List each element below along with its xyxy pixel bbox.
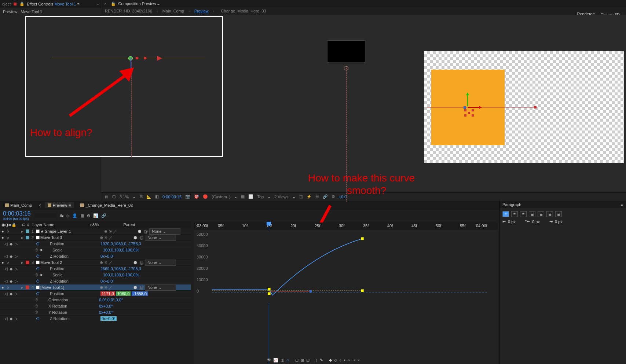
keyframe-red-1[interactable] — [136, 57, 138, 59]
justify-last-left-button[interactable]: ≣ — [529, 211, 535, 217]
layer-color-chip[interactable] — [26, 286, 29, 289]
graph-type-icon[interactable]: 📈 — [273, 358, 278, 363]
viewer-timecode[interactable]: 0:00:03:15 — [162, 195, 182, 199]
parent-dropdown[interactable]: None ⌄ — [145, 235, 176, 241]
panel-more-icon[interactable]: » — [96, 2, 99, 6]
stopwatch-icon[interactable]: ⏱ — [36, 254, 40, 258]
add-keyframe[interactable]: ◆ — [10, 254, 14, 259]
keyframe-nav-prev[interactable]: ◁ — [4, 242, 9, 246]
composition-tab[interactable]: Composition Preview ≡ — [118, 1, 160, 6]
twirl-icon[interactable]: ▸ — [21, 235, 25, 240]
layer-name-label[interactable]: Move Tool 2 — [40, 260, 99, 265]
easy-ease-out-icon[interactable]: ⤚ — [358, 358, 361, 363]
align-left-button[interactable]: ≡ — [502, 211, 509, 217]
stopwatch-icon[interactable]: ⏱ — [36, 279, 40, 283]
twirl-icon[interactable]: ▸ — [21, 229, 25, 234]
stopwatch-icon[interactable]: ⏱ — [34, 298, 39, 302]
3d-switch[interactable]: ⬢ — [138, 229, 143, 234]
keyframe-nav-next[interactable]: ▷ — [15, 316, 19, 321]
add-keyframe[interactable]: ◆ — [10, 242, 14, 246]
align-right-button[interactable]: ≡ — [520, 211, 527, 217]
visibility-toggle[interactable]: ● — [1, 285, 6, 290]
timeline-tab-preview[interactable]: Preview ≡ — [45, 202, 74, 208]
brainstorm-icon[interactable]: 🔗 — [101, 213, 106, 218]
3d-switch[interactable]: ⬢ — [133, 285, 139, 290]
layer-switches[interactable]: ⊕ ※ ／ — [104, 229, 137, 234]
property-row[interactable]: ◁◆▷ ⏱ Z Rotation 0x+0,0° — [0, 253, 191, 259]
twirl-icon[interactable]: ▸ — [21, 285, 25, 290]
layer-search-input[interactable] — [34, 213, 56, 218]
snap-icon[interactable]: ∩ — [286, 358, 289, 363]
solo-toggle[interactable]: ○ — [7, 260, 11, 265]
property-row[interactable]: ◁◆▷ ⏱ Position 2669,0,1080,0,-1708,0 — [0, 265, 191, 272]
current-timecode[interactable]: 0:00:03:15 — [3, 210, 31, 217]
pixel-aspect-icon[interactable]: ◫ — [299, 194, 303, 199]
layer-switches[interactable]: ⊕ ※ ／ — [100, 285, 133, 290]
parent-dropdown[interactable]: None ⌄ — [149, 228, 180, 235]
property-value-part[interactable]: -1658,0 — [132, 291, 147, 296]
parent-dropdown[interactable]: None ⌄ — [145, 260, 176, 266]
property-row[interactable]: ⏱ Y Rotation 0x+0,0° — [0, 309, 191, 315]
stopwatch-icon[interactable]: ⏱ — [36, 291, 40, 296]
panel-menu-icon[interactable]: ≡ — [621, 202, 623, 207]
zoom-arrow-icon[interactable]: ⌄ — [132, 194, 136, 199]
layer-color-chip[interactable] — [26, 236, 29, 239]
layer-row[interactable]: ● ○ ▸ 4 [Move Tool 1] ⊕ ※ ／ ⬢ @None ⌄ — [0, 284, 191, 290]
resolution-icon[interactable]: ⊞ — [139, 194, 143, 199]
comp-flowchart-icon[interactable]: 🔗 — [323, 194, 328, 199]
lock-icon[interactable]: 🔒 — [111, 1, 116, 6]
property-value[interactable]: 0,0°,0,0°,0,0° — [99, 298, 123, 302]
convert-auto-bezier-icon[interactable]: ⬨ — [339, 358, 342, 363]
graph-editor-icon[interactable]: 📊 — [93, 213, 98, 218]
bezier-handle[interactable] — [310, 290, 312, 293]
stopwatch-icon[interactable]: ⏱ — [36, 266, 40, 271]
property-row[interactable]: ⏱ ⚭ Scale 100,0,100,0,100,0% — [0, 272, 191, 278]
3d-view-icon[interactable]: ⬜ — [248, 194, 253, 199]
comp-mini-flowchart-icon[interactable]: ↹ — [60, 213, 63, 218]
layer-name-label[interactable]: Shape Layer 1 — [45, 229, 103, 234]
right-3d-view[interactable] — [424, 51, 624, 163]
lock-icon[interactable]: 🔒 — [19, 1, 24, 6]
parent-dropdown[interactable]: None ⌄ — [145, 284, 176, 291]
easy-ease-in-icon[interactable]: ⤙ — [352, 358, 355, 363]
anchor-marker[interactable] — [344, 66, 348, 70]
align-center-button[interactable]: ≡ — [511, 211, 518, 217]
pickwhip-icon[interactable]: @ — [144, 229, 148, 234]
indent-right-value[interactable]: 0 px — [555, 220, 563, 224]
eyedropper-icon[interactable]: 🎯 — [194, 194, 199, 199]
layer-row[interactable]: ● ○ ▸ 2 Move Tool 3 ⊕ ※ ／ ⬢ @None ⌄ — [0, 234, 191, 240]
visibility-toggle[interactable]: ● — [1, 235, 6, 240]
justify-all-button[interactable]: ≣ — [555, 211, 562, 217]
blue-handle[interactable] — [464, 106, 466, 109]
exposure-reset-icon[interactable]: ⚙ — [332, 194, 335, 199]
property-value[interactable]: 0x+0,0° — [99, 310, 113, 315]
edit-expression-icon[interactable]: ✎ — [320, 358, 323, 363]
add-keyframe[interactable]: ◆ — [10, 291, 14, 296]
project-tab[interactable]: oject — [2, 2, 11, 6]
property-value[interactable]: 0x+0,0° — [99, 304, 113, 308]
color-mgmt-dropdown[interactable]: (Custom..) — [212, 195, 230, 199]
keyframe-red-2[interactable] — [144, 57, 146, 59]
exposure-value[interactable]: +0.0 — [339, 195, 347, 199]
eye-icon[interactable]: 👁 — [267, 358, 271, 363]
3d-switch[interactable]: ⬢ — [133, 260, 139, 265]
pickwhip-icon[interactable]: @ — [139, 285, 143, 290]
visibility-toggle[interactable]: ● — [1, 229, 6, 234]
timeline-tab-main[interactable]: Main_Comp — [2, 202, 35, 208]
property-value[interactable]: 0x+0,0° — [100, 254, 114, 258]
pickwhip-icon[interactable]: @ — [139, 260, 143, 265]
stopwatch-icon[interactable]: ⏱ — [34, 304, 39, 308]
property-value[interactable]: 2669,0,1080,0,-1708,0 — [100, 266, 141, 271]
effect-controls-tab[interactable]: Effect Controls Move Tool 1 ≡ — [27, 2, 80, 6]
3d-view-dropdown[interactable]: Top — [257, 195, 264, 199]
easy-ease-icon[interactable]: ⟷ — [344, 358, 350, 363]
property-row[interactable]: ◁◆▷ ⏱ Position 1171,0 1080,0 -1658,0 — [0, 290, 191, 297]
stopwatch-icon[interactable]: ⏱ — [34, 273, 39, 277]
add-keyframe[interactable]: ◆ — [10, 279, 14, 284]
link-icon[interactable]: ⚭ — [40, 248, 43, 253]
layer-color-chip[interactable] — [26, 261, 29, 264]
channel-icon[interactable]: 🔴 — [203, 194, 208, 199]
convert-linear-icon[interactable]: ◇ — [334, 358, 337, 363]
property-value[interactable]: 100,0,100,0,100,0% — [103, 273, 139, 277]
crumb-change-media[interactable]: _Change_Media_Here_03 — [219, 9, 266, 13]
